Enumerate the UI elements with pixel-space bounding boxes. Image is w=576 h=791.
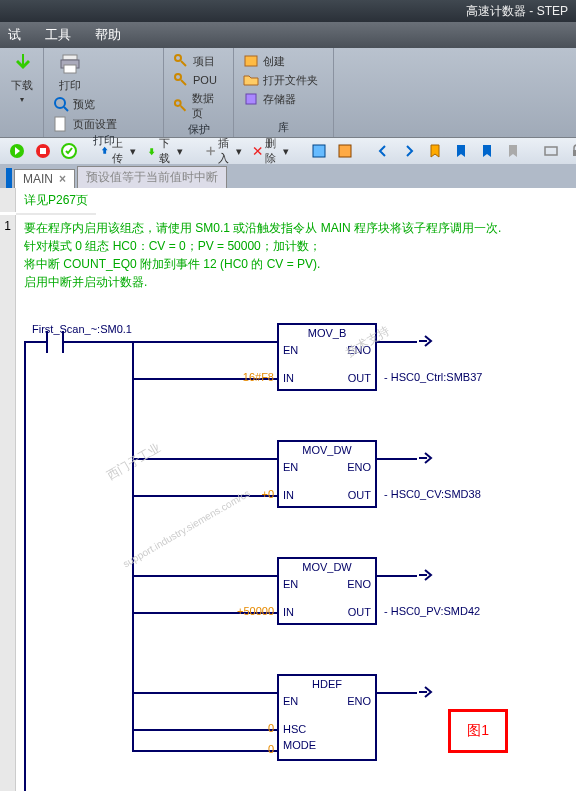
ladder-diagram[interactable]: First_Scan_~:SM0.1 MOV_B ENENO INOUT 16#… (24, 303, 568, 791)
mov-dw-block-1[interactable]: MOV_DW ENENO INOUT (277, 440, 377, 508)
tab-indicator (6, 168, 12, 188)
tool1-button[interactable] (308, 142, 330, 160)
header-comment: 详见P267页 (16, 188, 96, 215)
monitor-button[interactable] (540, 142, 562, 160)
lock-icon (569, 143, 576, 159)
insert-button[interactable]: 插入 ▾ (202, 135, 245, 167)
back-icon (375, 143, 391, 159)
stop-icon (35, 143, 51, 159)
svg-point-6 (175, 74, 181, 80)
bookmark-icon (427, 143, 443, 159)
out-value-1: - HSC0_Ctrl:SMB37 (384, 371, 482, 383)
download-arrow-icon (10, 52, 34, 76)
network-comment: 要在程序内启用该组态，请使用 SM0.1 或沿触发指令从 MAIN 程序块将该子… (24, 219, 568, 291)
svg-point-7 (175, 100, 181, 106)
figure-label: 图1 (448, 709, 508, 753)
lock-button[interactable] (566, 142, 576, 160)
bookmark-toggle-button[interactable] (424, 142, 446, 160)
editor-area: 详见P267页 1 要在程序内启用该组态，请使用 SM0.1 或沿触发指令从 M… (0, 188, 576, 791)
datapage-button[interactable]: 数据页 (170, 90, 227, 122)
block-icon (337, 143, 353, 159)
window-titlebar: 高速计数器 - STEP (0, 0, 576, 22)
menu-tools[interactable]: 工具 (45, 26, 71, 44)
svg-rect-4 (55, 117, 65, 131)
bookmark-clear-button[interactable] (502, 142, 524, 160)
insert-icon (205, 143, 216, 159)
out-value-3: - HSC0_PV:SMD42 (384, 605, 480, 617)
svg-point-5 (175, 55, 181, 61)
delete-icon (252, 143, 263, 159)
bookmark-prev-icon (453, 143, 469, 159)
coil-icon (417, 333, 433, 349)
svg-rect-12 (40, 148, 46, 154)
storage-icon (243, 91, 259, 107)
create-button[interactable]: 创建 (240, 52, 327, 70)
gutter (0, 188, 16, 212)
open-folder-button[interactable]: 打开文件夹 (240, 71, 327, 89)
network-number: 1 (0, 215, 16, 791)
download-button[interactable]: 下载 ▾ (6, 52, 37, 104)
svg-rect-18 (545, 147, 557, 155)
pou-button[interactable]: POU (170, 71, 227, 89)
branch-wire (132, 341, 134, 751)
in-value-3: +50000 (219, 605, 274, 617)
svg-rect-9 (246, 94, 256, 104)
nav-fwd-button[interactable] (398, 142, 420, 160)
menu-test[interactable]: 试 (8, 26, 21, 44)
monitor-icon (543, 143, 559, 159)
hsc-value: 0 (249, 722, 274, 734)
preview-icon (53, 96, 69, 112)
mov-dw-block-2[interactable]: MOV_DW ENENO INOUT (277, 557, 377, 625)
svg-rect-15 (206, 150, 215, 151)
storage-button[interactable]: 存储器 (240, 90, 327, 108)
key-icon (173, 72, 189, 88)
network-body: 要在程序内启用该组态，请使用 SM0.1 或沿触发指令从 MAIN 程序块将该子… (16, 215, 576, 791)
upload-button[interactable]: 上传 ▾ (96, 135, 139, 167)
page-icon (53, 116, 69, 132)
menu-help[interactable]: 帮助 (95, 26, 121, 44)
coil-icon (417, 450, 433, 466)
menu-bar: 试 工具 帮助 (0, 22, 576, 48)
coil-icon (417, 567, 433, 583)
project-button[interactable]: 项目 (170, 52, 227, 70)
tool2-button[interactable] (334, 142, 356, 160)
print-button[interactable]: 打印 (50, 52, 90, 93)
validate-button[interactable] (58, 142, 80, 160)
mov-b-block[interactable]: MOV_B ENENO INOUT (277, 323, 377, 391)
run-button[interactable] (6, 142, 28, 160)
svg-rect-2 (64, 65, 76, 73)
bookmark-prev-button[interactable] (450, 142, 472, 160)
up-arrow-icon (99, 143, 110, 159)
close-icon[interactable]: × (59, 172, 66, 186)
nav-back-button[interactable] (372, 142, 394, 160)
create-icon (243, 53, 259, 69)
in-value-1: 16#F8 (219, 371, 274, 383)
tab-interrupt[interactable]: 预设值等于当前值时中断 (77, 166, 227, 188)
bookmark-next-button[interactable] (476, 142, 498, 160)
svg-rect-0 (63, 55, 77, 60)
page-setup-button[interactable]: 页面设置 (50, 115, 120, 133)
in-value-2: +0 (219, 488, 274, 500)
key-icon (173, 53, 189, 69)
watermark: 西门子工业 (104, 439, 164, 484)
folder-icon (243, 72, 259, 88)
tab-main[interactable]: MAIN× (14, 169, 75, 188)
hdef-block[interactable]: HDEF ENENO HSC MODE (277, 674, 377, 761)
window-title: 高速计数器 - STEP (466, 3, 568, 20)
block-icon (311, 143, 327, 159)
dropdown-icon: ▾ (20, 95, 24, 104)
ribbon-toolbar: 下载 ▾ 打印 预览 页面设置 打印 项目 POU 数据页 保护 创建 (0, 48, 576, 138)
svg-rect-17 (339, 145, 351, 157)
svg-point-3 (55, 98, 65, 108)
down-arrow-icon (146, 143, 157, 159)
download-qat-button[interactable]: 下载 ▾ (143, 135, 186, 167)
left-rail (24, 341, 26, 791)
tab-bar: MAIN× 预设值等于当前值时中断 (0, 164, 576, 188)
out-value-2: - HSC0_CV:SMD38 (384, 488, 481, 500)
preview-button[interactable]: 预览 (50, 95, 120, 113)
delete-button[interactable]: 删除 ▾ (249, 135, 292, 167)
bookmark-clear-icon (505, 143, 521, 159)
stop-button[interactable] (32, 142, 54, 160)
svg-rect-16 (313, 145, 325, 157)
play-icon (9, 143, 25, 159)
